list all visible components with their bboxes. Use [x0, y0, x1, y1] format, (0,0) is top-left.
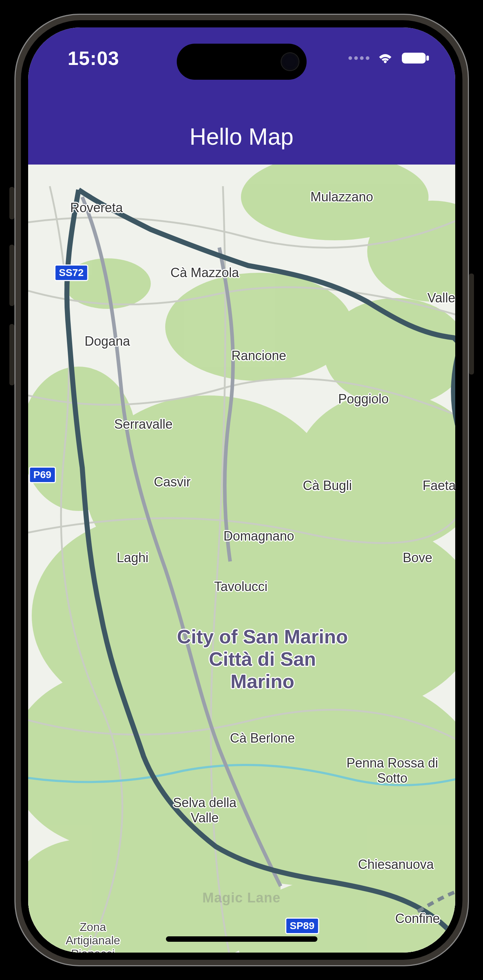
volume-up-button[interactable] — [10, 245, 14, 306]
place-label-penna-rossa: Penna Rossa di Sotto — [338, 756, 446, 786]
battery-icon — [401, 51, 430, 65]
place-label-serravalle: Serravalle — [114, 417, 172, 432]
city-label-san-marino: City of San Marino Città di San Marino — [154, 625, 371, 692]
power-button[interactable] — [469, 274, 474, 374]
wifi-icon — [376, 51, 395, 65]
place-label-zona-artigianale: Zona Artigianale Pianacci — [50, 921, 137, 953]
road-shield-ss72: SS72 — [54, 264, 88, 281]
svg-rect-0 — [402, 52, 426, 64]
road-shield-p69: P69 — [29, 466, 56, 483]
map-watermark: Magic Lane — [202, 890, 281, 906]
place-label-domagnano: Domagnano — [223, 528, 294, 544]
selva-line1: Selva della — [173, 795, 236, 810]
penna-rossa-line2: Sotto — [377, 771, 407, 786]
home-indicator[interactable] — [166, 936, 318, 942]
place-label-selva: Selva della Valle — [158, 795, 252, 826]
zona-line1: Zona — [80, 921, 106, 934]
place-label-rancione: Rancione — [231, 348, 286, 363]
place-label-ca-bugli: Cà Bugli — [303, 478, 352, 493]
place-label-casvir: Casvir — [154, 474, 191, 490]
place-label-ca-berlone: Cà Berlone — [230, 731, 295, 746]
place-label-ca-mazzola: Cà Mazzola — [170, 265, 239, 280]
place-label-tavolucci: Tavolucci — [214, 579, 267, 594]
screen: 15:03 Hello Map — [28, 27, 455, 953]
map-canvas — [28, 164, 455, 953]
place-label-bove: Bove — [402, 550, 432, 565]
place-label-laghi: Laghi — [116, 550, 148, 565]
volume-down-button[interactable] — [10, 324, 14, 385]
selva-line2: Valle — [191, 810, 219, 825]
map-view[interactable]: Rovereta Mulazzano Cà Mazzola Vallec Dog… — [28, 164, 455, 953]
road-shield-sp89: SP89 — [285, 918, 319, 934]
zona-line2: Artigianale — [66, 934, 120, 947]
place-label-dogana: Dogana — [84, 334, 130, 349]
city-label-line1: City of San Marino — [177, 626, 348, 648]
place-label-mulazzano: Mulazzano — [310, 189, 373, 205]
phone-bezel: 15:03 Hello Map — [21, 20, 462, 960]
city-label-line2: Città di San — [209, 648, 316, 670]
dynamic-island[interactable] — [177, 44, 307, 80]
phone-frame: 15:03 Hello Map — [14, 14, 469, 966]
svg-rect-1 — [426, 56, 429, 60]
recording-dots-icon — [348, 56, 369, 60]
place-label-chiesanuova: Chiesanuova — [358, 857, 434, 872]
place-label-poggiolo: Poggiolo — [338, 391, 389, 407]
place-label-faetan: Faetan — [423, 478, 455, 493]
app-title: Hello Map — [189, 123, 293, 150]
status-icons — [348, 51, 430, 65]
place-label-confine: Confine — [395, 911, 440, 926]
penna-rossa-line1: Penna Rossa di — [346, 756, 438, 770]
place-label-rovereta: Rovereta — [70, 200, 122, 215]
front-camera — [281, 53, 299, 70]
silence-switch[interactable] — [10, 187, 14, 220]
status-time: 15:03 — [68, 47, 119, 69]
city-label-line3: Marino — [230, 670, 294, 692]
zona-line3: Pianacci — [71, 947, 115, 953]
place-label-vallec: Vallec — [427, 291, 455, 305]
